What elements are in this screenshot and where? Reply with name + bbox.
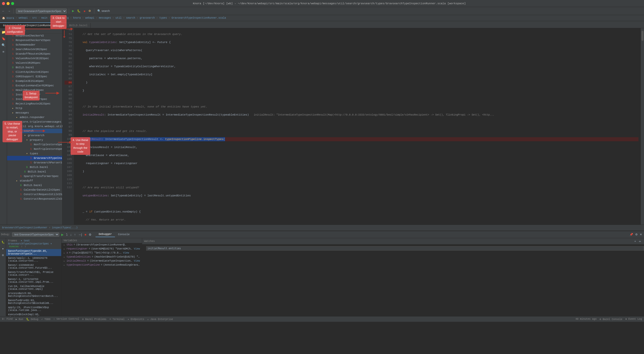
tree-RejectingRoute2E2Spec[interactable]: S RejectingRoute2E2Spec (7, 101, 62, 106)
expand-icon[interactable]: ▸ (64, 243, 67, 246)
view-link[interactable]: View (134, 247, 140, 250)
code-content[interactable]: // Get the set of typeable entities in t… (74, 28, 640, 225)
tree-ExceptionHandlerR2RSpec[interactable]: S ExceptionHandlerR2RSpec (7, 83, 62, 88)
minimize-button[interactable] (7, 2, 10, 5)
tree-ConstructResponseUtilV2SpecFullData[interactable]: S ConstructResponseUtilV2SpecFullData (7, 197, 62, 201)
frame-item-8[interactable]: apply:23, JFunction0$mcV$sp (scala.runti… (6, 305, 61, 312)
expand-icon[interactable]: ▸ (64, 264, 67, 267)
status-find[interactable]: 0: Find (2, 318, 13, 321)
var-initialResult[interactable]: ▸ initialResult = (IntermediateTypeInspe… (62, 259, 142, 263)
status-terminal[interactable]: ⌨ Terminal (109, 318, 125, 321)
code-container[interactable]: 73 74 75 76 77 78 79 80 81 82 83 84 85 8… (63, 28, 640, 225)
bookmarks-button[interactable]: 🔖 (1, 36, 6, 41)
frame-item-6[interactable]: processBatch:68, BatchingExecutor$Abstra… (6, 291, 61, 298)
tree-NonTriplesStoreTrans[interactable]: S NonTriplestoreSpecificToPrequeryTran (7, 147, 62, 151)
nav-src[interactable]: src (31, 16, 38, 20)
expand-watch-button[interactable]: ∞ (638, 239, 642, 243)
expand-icon[interactable]: ▸ (64, 252, 67, 255)
editor-scrollbar[interactable] (640, 28, 644, 225)
nav-knora2[interactable]: knora (72, 16, 82, 20)
run-config-dropdown[interactable]: test GravsearchTypeInspectorSpec (16, 9, 67, 14)
tree-ValuesRouteV2E2ESpec[interactable]: S ValuesRouteV2E2ESpec (7, 56, 62, 61)
debug-run-config[interactable]: test GravsearchTypeInspectorSpec (12, 232, 59, 237)
frame-item-9[interactable]: execute$blockImpl:85, BlockContext$8 (sc… (6, 312, 61, 316)
search-toolbar-button[interactable]: 🔍 search (96, 9, 111, 13)
window-controls[interactable] (2, 2, 14, 5)
var-typeableEntities[interactable]: ▸ typeableEntities = (HashSet$HashTrieSe… (62, 255, 142, 259)
tree-ConstructRequestUtilV2Spec[interactable]: S ConstructRequestUtilV2Spec (7, 192, 62, 197)
nav-main[interactable]: main (40, 16, 48, 20)
breakpoints-icon[interactable]: ● (0, 246, 6, 251)
var-x[interactable]: ▸ x = (Tuple2@10277) "Set(<http://0.0.0.… (62, 251, 142, 255)
expand-icon[interactable]: ▸ (64, 260, 67, 263)
nav-webapi[interactable]: webapi (18, 16, 29, 20)
tree-standoff-folder[interactable]: ▸ standoff (7, 179, 62, 183)
settings-debug-button[interactable]: ⚙ (88, 232, 93, 237)
add-watch-button[interactable]: + (633, 239, 637, 243)
tree-NonTriplesStoreCount[interactable]: S NonTriplestoreSpecificGravsearchToCoun… (7, 142, 62, 147)
nav-messages[interactable]: messages (98, 16, 112, 20)
view-link[interactable]: View (123, 252, 129, 254)
status-endpoints[interactable]: ✦ Endpoints (128, 318, 144, 321)
close-debug-panel[interactable]: ✕ (639, 232, 643, 237)
tree-ValuesV2R2RSpec[interactable]: S ValuesV2R2RSpec (7, 61, 62, 65)
build-button[interactable]: ⚙ (87, 9, 92, 13)
tree-ResponseCheckerV2Spec[interactable]: S ResponseCheckerV2Spec (7, 38, 62, 43)
step-out-button[interactable]: ↑ (73, 232, 77, 237)
nav-knora[interactable]: 🏠 Knora (1, 16, 15, 20)
tree-GravsearchParserSpec[interactable]: S GravsearchParserSpec (7, 160, 62, 165)
run-to-cursor-button[interactable]: →| (77, 232, 83, 237)
tab-debugger[interactable]: Debugger (96, 232, 115, 237)
structure-button[interactable]: ≡ (1, 49, 6, 54)
inspect-types-tab-label[interactable]: inspectTypes(...) (52, 226, 78, 229)
tree-BUILD-bazel-3[interactable]: B BUILD.bazel (7, 169, 62, 174)
var-typeInspectionPipeline[interactable]: ▸ typeInspectionPipeline = (AnnotationRe… (62, 263, 142, 267)
status-run[interactable]: ▶ Run (16, 318, 23, 321)
tree-CORSSupport[interactable]: S CORSSupport E2ESpec (7, 74, 62, 79)
nav-gravsearch[interactable]: gravsearch (139, 16, 156, 20)
debug-button[interactable]: 🐛 (76, 9, 82, 13)
step-over-button[interactable]: ⤵ (65, 232, 69, 237)
status-todo[interactable]: ✓ TODO (41, 318, 50, 321)
frame-item-0[interactable]: $anonfunInspectTypes$4.85, GravsearchTyp… (6, 249, 61, 256)
nav-file[interactable]: GravsearchTypeInspectionRunner.scala (170, 16, 227, 20)
expand-icon[interactable]: ▸ (64, 256, 67, 259)
tree-BUILD-bazel-standoff[interactable]: B BUILD.bazel (7, 183, 62, 188)
expand-icon[interactable]: ▸ (64, 247, 67, 251)
status-bazel-console[interactable]: ⚙ Bazel Console (600, 318, 622, 321)
settings-button[interactable]: ⚙ (634, 232, 639, 237)
close-button[interactable] (2, 2, 5, 5)
forward-button[interactable]: → (7, 9, 12, 13)
stop-debug-button[interactable]: ■ (83, 232, 87, 237)
frame-item-7[interactable]: $anonfun$run$1:83, BatchingExecutor$Bloc… (6, 298, 61, 305)
collapse-frames[interactable]: ↕ (25, 245, 26, 248)
expand-frames[interactable]: ↕ (21, 245, 23, 248)
var-this[interactable]: ▸ this = (GravsearchTypeInspectionRunner… (62, 243, 142, 247)
var-requestingUser[interactable]: ▸ requestingUser = (UserADM@10276) "User… (62, 247, 142, 251)
frame-item-1[interactable]: $anon/apply:-1, 1099926276 (scala.concur… (6, 256, 61, 263)
settings-icon[interactable]: ⚙ (0, 252, 6, 258)
debugger-icon[interactable]: 🐛 (0, 239, 6, 245)
tree-http-folder[interactable]: ▸ http (7, 106, 62, 111)
frame-item-2[interactable]: $anon/-1329688102 (scala.concurrent.Futu… (6, 263, 61, 270)
run-button[interactable]: ▶ (71, 9, 75, 13)
pin-button[interactable]: 📌 (629, 232, 634, 237)
resume-button[interactable]: ▶ (60, 232, 65, 237)
stop-button[interactable]: ■ (83, 9, 86, 13)
nav-util[interactable]: util (114, 16, 122, 20)
tree-StandoffRouteV2R2Spec[interactable]: S StandoffRouteV2R2Spec (7, 52, 62, 56)
step-into-button[interactable]: ↓ (69, 232, 73, 237)
tree-admin-responder[interactable]: ▸ admin.responder (7, 115, 62, 120)
nav-types[interactable]: types (158, 16, 168, 20)
status-event-log[interactable]: ● Event Log (625, 318, 642, 321)
tree-messages-folder[interactable]: ▸ messages (7, 111, 62, 115)
tree-BUILD-bazel-1[interactable]: B BUILD.bazel (7, 65, 62, 70)
tree-types-folder[interactable]: ▾ types (7, 151, 62, 156)
tree-SparqlTransformerSpec[interactable]: S SparqlTransformerSpec (7, 174, 62, 179)
view-link[interactable]: View (134, 260, 140, 262)
watches-input-area[interactable] (142, 244, 644, 253)
tree-CalendarDateUtilV2Spec[interactable]: S CalendarDateUtilV2Spec (7, 188, 62, 192)
frame-item-5[interactable]: run:64, CallbackRunnable (scala.concurre… (6, 284, 61, 291)
status-vcs[interactable]: ↕ Version Control (53, 318, 79, 321)
maximize-button[interactable] (11, 2, 14, 5)
